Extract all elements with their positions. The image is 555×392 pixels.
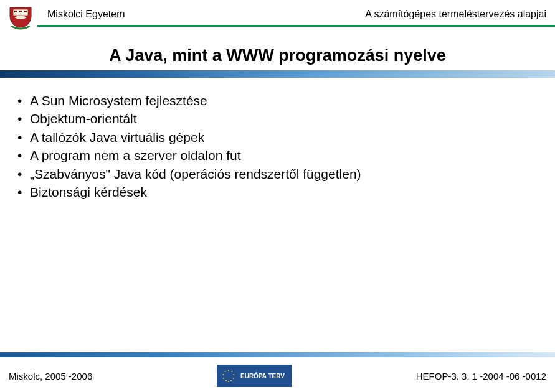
slide-title: A Java, mint a WWW programozási nyelve <box>0 46 555 65</box>
eu-logo: EURÓPA TERV <box>217 365 292 387</box>
content-area: A Sun Microsystem fejlesztése Objektum-o… <box>0 78 555 201</box>
list-item: Objektum-orientált <box>12 110 543 128</box>
footer-project-code: HEFOP-3. 3. 1 -2004 -06 -0012 <box>416 371 546 381</box>
svg-point-13 <box>222 374 224 375</box>
footer-location-date: Miskolc, 2005 -2006 <box>9 371 92 381</box>
svg-point-7 <box>233 374 234 375</box>
title-divider-bar <box>0 70 555 78</box>
svg-point-9 <box>230 380 232 381</box>
course-name: A számítógépes termeléstervezés alapjai <box>365 9 546 20</box>
list-item: A tallózók Java virtuális gépek <box>12 128 543 146</box>
svg-rect-2 <box>19 11 22 12</box>
svg-rect-3 <box>24 11 27 12</box>
list-item: A program nem a szerver oldalon fut <box>12 146 543 164</box>
svg-point-8 <box>233 378 234 379</box>
header: Miskolci Egyetem A számítógépes termelés… <box>0 0 555 32</box>
list-item: Biztonsági kérdések <box>12 183 543 201</box>
footer: Miskolc, 2005 -2006 <box>0 360 555 392</box>
svg-point-12 <box>223 378 224 379</box>
list-item: „Szabványos" Java kód (operációs rendsze… <box>12 165 543 183</box>
university-name: Miskolci Egyetem <box>47 9 125 20</box>
footer-divider-bar <box>0 352 555 357</box>
svg-rect-1 <box>14 11 17 12</box>
list-item: A Sun Microsystem fejlesztése <box>12 91 543 110</box>
svg-point-14 <box>224 371 225 372</box>
eu-logo-label: EURÓPA TERV <box>240 373 285 380</box>
header-divider <box>37 25 555 27</box>
eu-stars-icon <box>221 368 237 384</box>
bullet-list: A Sun Microsystem fejlesztése Objektum-o… <box>12 91 543 201</box>
svg-point-5 <box>228 370 229 371</box>
svg-point-11 <box>225 380 227 381</box>
svg-point-10 <box>228 381 229 382</box>
university-crest-icon <box>7 5 34 30</box>
svg-point-6 <box>231 371 232 372</box>
